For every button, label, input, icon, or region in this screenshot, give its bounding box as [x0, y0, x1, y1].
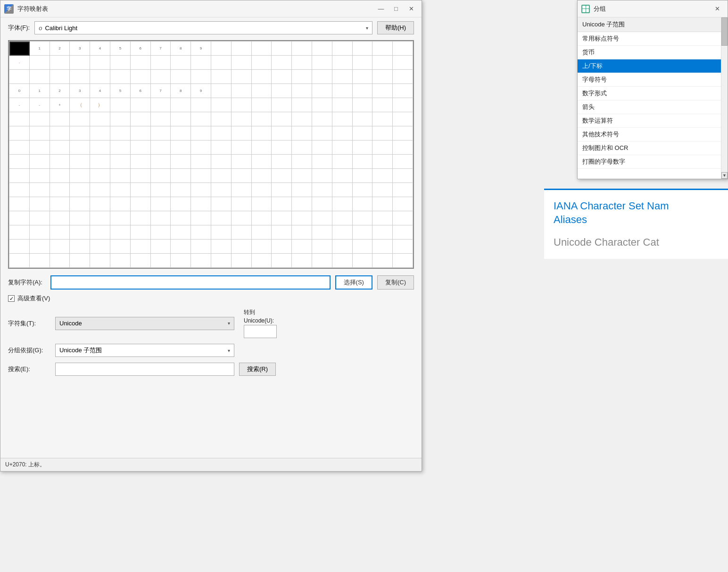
font-dropdown[interactable]: o Calibri Light ▾ — [34, 21, 372, 34]
char-cell[interactable] — [70, 183, 90, 197]
char-cell[interactable] — [252, 155, 272, 169]
char-cell[interactable] — [70, 56, 90, 70]
char-cell[interactable] — [50, 183, 70, 197]
char-cell[interactable] — [131, 70, 151, 84]
char-cell[interactable] — [30, 169, 50, 183]
char-cell[interactable] — [211, 254, 232, 268]
char-cell[interactable] — [110, 211, 131, 225]
char-cell[interactable] — [171, 211, 191, 225]
char-cell[interactable] — [353, 155, 373, 169]
char-cell[interactable] — [50, 141, 70, 155]
char-cell[interactable] — [70, 225, 90, 240]
char-cell[interactable] — [372, 84, 393, 98]
char-cell[interactable] — [30, 141, 50, 155]
char-cell[interactable] — [110, 56, 131, 70]
char-cell[interactable] — [70, 126, 90, 141]
char-cell[interactable] — [232, 84, 252, 98]
char-cell[interactable] — [393, 112, 413, 126]
char-cell[interactable] — [50, 126, 70, 141]
char-cell[interactable] — [292, 254, 312, 268]
char-cell[interactable] — [292, 197, 312, 211]
char-cell[interactable] — [171, 254, 191, 268]
char-cell[interactable] — [353, 84, 373, 98]
char-cell[interactable] — [353, 183, 373, 197]
group-item-currency[interactable]: 货币 — [578, 46, 728, 59]
help-button[interactable]: 帮助(H) — [377, 21, 414, 34]
char-cell[interactable]: 9 — [191, 41, 211, 56]
char-cell[interactable] — [393, 56, 413, 70]
char-cell[interactable] — [353, 56, 373, 70]
group-item-superscript[interactable]: 上/下标 — [578, 59, 728, 73]
char-cell[interactable] — [50, 155, 70, 169]
char-cell[interactable] — [393, 70, 413, 84]
char-cell[interactable] — [211, 197, 232, 211]
char-cell[interactable] — [9, 169, 30, 183]
char-cell[interactable] — [312, 126, 332, 141]
char-cell[interactable] — [151, 141, 171, 155]
char-cell[interactable] — [70, 240, 90, 254]
char-cell[interactable] — [191, 56, 211, 70]
char-cell[interactable] — [393, 155, 413, 169]
char-cell[interactable] — [9, 197, 30, 211]
char-cell[interactable] — [191, 155, 211, 169]
char-cell[interactable] — [30, 112, 50, 126]
char-cell[interactable] — [211, 169, 232, 183]
char-cell[interactable] — [151, 211, 171, 225]
char-cell[interactable] — [90, 169, 110, 183]
search-input[interactable] — [55, 363, 234, 376]
group-item-punctuation[interactable]: 常用标点符号 — [578, 32, 728, 46]
char-cell[interactable] — [252, 84, 272, 98]
char-cell[interactable]: 2 — [50, 41, 70, 56]
char-cell[interactable] — [90, 197, 110, 211]
char-cell[interactable] — [353, 254, 373, 268]
char-cell[interactable] — [332, 98, 353, 112]
char-cell[interactable] — [292, 70, 312, 84]
char-cell[interactable] — [70, 112, 90, 126]
char-cell[interactable] — [393, 169, 413, 183]
char-cell[interactable] — [312, 70, 332, 84]
char-cell[interactable] — [211, 211, 232, 225]
char-cell[interactable] — [312, 211, 332, 225]
char-cell[interactable] — [312, 84, 332, 98]
char-cell[interactable] — [312, 155, 332, 169]
char-cell[interactable] — [332, 240, 353, 254]
char-cell[interactable] — [9, 225, 30, 240]
char-cell[interactable] — [131, 211, 151, 225]
char-cell[interactable] — [353, 225, 373, 240]
char-cell[interactable] — [191, 112, 211, 126]
char-cell[interactable] — [372, 98, 393, 112]
char-cell[interactable] — [353, 197, 373, 211]
char-cell[interactable] — [372, 41, 393, 56]
char-cell[interactable] — [70, 70, 90, 84]
char-cell[interactable] — [372, 225, 393, 240]
char-cell[interactable] — [30, 70, 50, 84]
char-cell[interactable] — [393, 41, 413, 56]
char-cell[interactable] — [151, 197, 171, 211]
char-cell[interactable] — [332, 155, 353, 169]
char-cell[interactable] — [372, 126, 393, 141]
char-cell[interactable]: 1 — [30, 84, 50, 98]
char-cell[interactable] — [90, 240, 110, 254]
char-cell[interactable] — [272, 183, 292, 197]
char-cell[interactable] — [211, 112, 232, 126]
char-cell[interactable] — [312, 98, 332, 112]
char-cell[interactable]: 4 — [90, 84, 110, 98]
char-cell[interactable] — [151, 169, 171, 183]
char-cell[interactable] — [191, 197, 211, 211]
char-cell[interactable] — [252, 141, 272, 155]
char-cell[interactable] — [353, 141, 373, 155]
char-cell[interactable] — [232, 211, 252, 225]
char-cell[interactable] — [353, 98, 373, 112]
char-cell[interactable] — [90, 211, 110, 225]
char-cell[interactable] — [30, 126, 50, 141]
char-cell[interactable] — [232, 225, 252, 240]
char-cell[interactable] — [171, 240, 191, 254]
char-cell[interactable] — [372, 240, 393, 254]
char-cell[interactable]: 9 — [191, 84, 211, 98]
char-cell[interactable] — [50, 112, 70, 126]
char-cell[interactable] — [110, 169, 131, 183]
char-cell[interactable]: - — [9, 98, 30, 112]
char-cell[interactable] — [232, 141, 252, 155]
char-cell[interactable] — [393, 197, 413, 211]
char-cell[interactable] — [252, 112, 272, 126]
